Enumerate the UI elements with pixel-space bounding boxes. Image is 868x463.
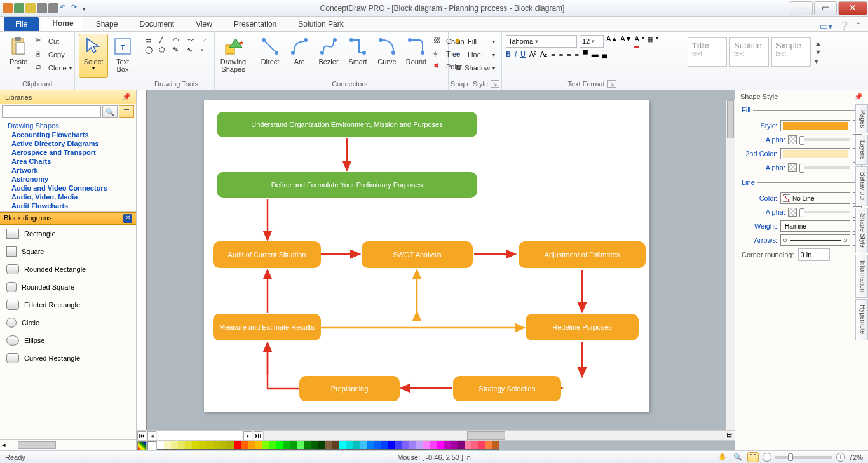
cut-button[interactable]: ✂Cut: [33, 35, 74, 48]
color-swatch[interactable]: [241, 441, 248, 450]
tree-item[interactable]: Area Charts: [3, 157, 133, 166]
window-icon[interactable]: ▭▾: [820, 21, 832, 31]
tree-item[interactable]: Active Directory Diagrams: [3, 139, 133, 148]
grow-font-icon[interactable]: A▲: [606, 35, 618, 48]
color-swatch[interactable]: [178, 441, 185, 450]
shadow-button[interactable]: ▩Shadow▾: [452, 62, 498, 74]
clone-button[interactable]: ⧉Clone ▾: [33, 62, 74, 74]
maximize-button[interactable]: ▭: [814, 1, 837, 15]
color-swatch[interactable]: [458, 441, 465, 450]
color-swatch[interactable]: [220, 441, 227, 450]
tree-item[interactable]: Artwork: [3, 166, 133, 175]
tab-view[interactable]: View: [187, 17, 221, 31]
zoom-slider[interactable]: [775, 456, 832, 459]
direct-button[interactable]: Direct: [255, 34, 285, 78]
color-swatch[interactable]: [478, 441, 485, 450]
zoom-in-button[interactable]: +: [836, 453, 845, 462]
fit-tool-icon[interactable]: ⛶: [747, 452, 759, 462]
block-adjust[interactable]: Adjustment of Estimates: [519, 241, 646, 268]
left-hscroll[interactable]: ◂: [0, 439, 136, 450]
tree-root[interactable]: Drawing Shapes: [3, 121, 133, 130]
color-swatch[interactable]: [262, 441, 269, 450]
page-last-icon[interactable]: ⏭: [254, 431, 262, 440]
valign-bot-icon[interactable]: ▄: [602, 50, 607, 58]
color-swatch[interactable]: [388, 441, 395, 450]
tab-shape[interactable]: Shape: [87, 17, 127, 31]
library-tree[interactable]: Drawing Shapes Accounting Flowcharts Act…: [0, 120, 136, 212]
sidetab-information[interactable]: Information: [855, 255, 868, 298]
curve-button[interactable]: Curve: [372, 34, 402, 78]
qat-icon-1[interactable]: [3, 3, 13, 13]
line-color-swatch[interactable]: No Line: [780, 192, 850, 204]
canvas[interactable]: Understand Organization Environment, Mis…: [147, 100, 726, 430]
color-swatch[interactable]: [492, 441, 499, 450]
shape-circle[interactable]: Circle: [0, 314, 136, 332]
block-audit[interactable]: Audit of Current Situation: [213, 241, 321, 268]
color-swatch[interactable]: [297, 441, 304, 450]
tool-polyline-icon[interactable]: ⟋: [201, 36, 214, 44]
tree-item[interactable]: Astronomy: [3, 175, 133, 184]
zoom-out-button[interactable]: −: [763, 453, 771, 462]
color-swatch[interactable]: [485, 441, 492, 450]
font-combo[interactable]: Tahoma▾: [506, 35, 577, 48]
sidetab-hypernote[interactable]: Hypernote: [855, 299, 868, 340]
arc-button[interactable]: Arc: [285, 34, 314, 78]
block-redefine[interactable]: Redefine Purposes: [526, 314, 639, 340]
block-measure[interactable]: Measure and Estimate Results: [213, 314, 321, 340]
tool-curve-icon[interactable]: 〰: [187, 36, 200, 44]
shrink-font-icon[interactable]: A▼: [620, 35, 632, 48]
color-swatch[interactable]: [353, 441, 360, 450]
tool-spline-icon[interactable]: ∿: [187, 46, 200, 54]
color-swatch[interactable]: [318, 441, 325, 450]
color-swatch[interactable]: [206, 441, 213, 450]
color-swatch[interactable]: [367, 441, 374, 450]
underline-button[interactable]: U: [520, 50, 526, 58]
tree-item[interactable]: Aerospace and Transport: [3, 148, 133, 157]
zoom-tool-icon[interactable]: 🔍: [732, 452, 743, 462]
palette-picker-icon[interactable]: [137, 441, 146, 450]
color-swatch[interactable]: [283, 441, 290, 450]
qat-redo-icon[interactable]: ↷: [71, 3, 81, 13]
shape-square[interactable]: Square: [0, 243, 136, 260]
bold-button[interactable]: B: [506, 50, 511, 58]
corner-spinner[interactable]: 0 in: [798, 248, 830, 261]
close-section-icon[interactable]: ✕: [123, 214, 132, 223]
color-swatch[interactable]: [157, 441, 164, 450]
pin-icon[interactable]: 📌: [854, 93, 863, 101]
align-center-icon[interactable]: ≡: [559, 50, 563, 58]
file-tab[interactable]: File: [4, 17, 39, 31]
color-swatch[interactable]: [339, 441, 346, 450]
vscrollbar[interactable]: [726, 100, 735, 430]
block-understand[interactable]: Understand Organization Environment, Mis…: [217, 112, 477, 137]
textbox-button[interactable]: T Text Box: [108, 34, 137, 78]
tab-solutionpark[interactable]: Solution Park: [289, 17, 352, 31]
color-swatch[interactable]: [402, 441, 409, 450]
tree-item[interactable]: Accounting Flowcharts: [3, 130, 133, 139]
minimize-button[interactable]: ─: [790, 1, 813, 15]
drawing-shapes-button[interactable]: ★ Drawing Shapes: [219, 34, 248, 78]
color-swatch[interactable]: [416, 441, 423, 450]
color-swatch[interactable]: [192, 441, 199, 450]
tool-line-icon[interactable]: ╱: [159, 36, 172, 44]
color-swatch[interactable]: [248, 441, 255, 450]
qat-icon-5[interactable]: [48, 3, 58, 13]
sidetab-layers[interactable]: Layers: [855, 135, 868, 165]
preset-simple[interactable]: Simpletext: [771, 37, 811, 67]
view-toggle-button[interactable]: ☰: [119, 105, 134, 118]
shape-ellipse[interactable]: Ellipse: [0, 332, 136, 349]
tree-item[interactable]: Audio and Video Connectors: [3, 184, 133, 192]
align-justify-icon[interactable]: ≡: [575, 50, 579, 58]
align-right-icon[interactable]: ≡: [567, 50, 571, 58]
line-alpha-slider[interactable]: [799, 211, 850, 213]
fill-button[interactable]: ◆Fill▾: [452, 35, 498, 48]
collapse-ribbon-icon[interactable]: ˄: [856, 21, 860, 31]
color-swatch[interactable]: [199, 441, 206, 450]
preset-up-icon[interactable]: ▲: [815, 39, 822, 47]
hscrollbar[interactable]: [264, 431, 723, 440]
shape-rounded-square[interactable]: Rounded Square: [0, 278, 136, 296]
qat-icon-2[interactable]: [14, 3, 24, 13]
tree-item[interactable]: Audio, Video, Media: [3, 192, 133, 201]
color-swatch[interactable]: [290, 441, 297, 450]
tool-poly-icon[interactable]: ⬠: [159, 46, 172, 54]
page[interactable]: Understand Organization Environment, Mis…: [204, 100, 649, 412]
